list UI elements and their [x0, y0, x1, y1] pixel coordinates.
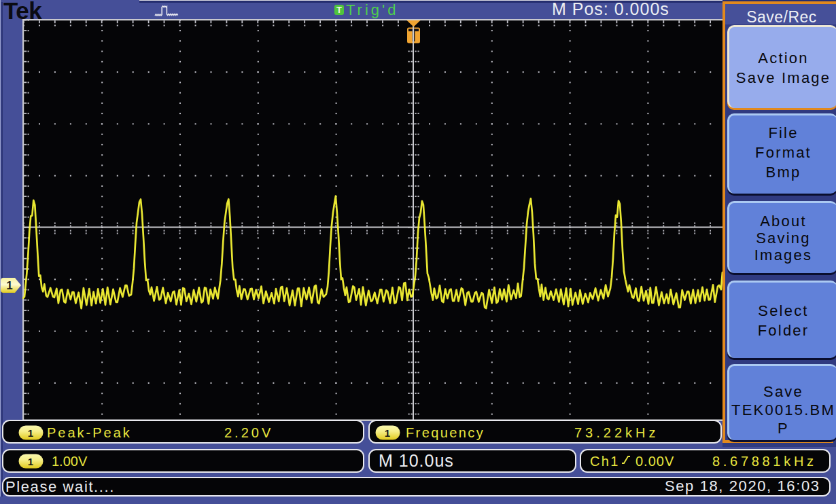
svg-text:1: 1: [28, 456, 33, 467]
svg-text:1: 1: [6, 279, 12, 292]
svg-text:1: 1: [28, 427, 33, 439]
svg-text:1: 1: [385, 427, 390, 439]
